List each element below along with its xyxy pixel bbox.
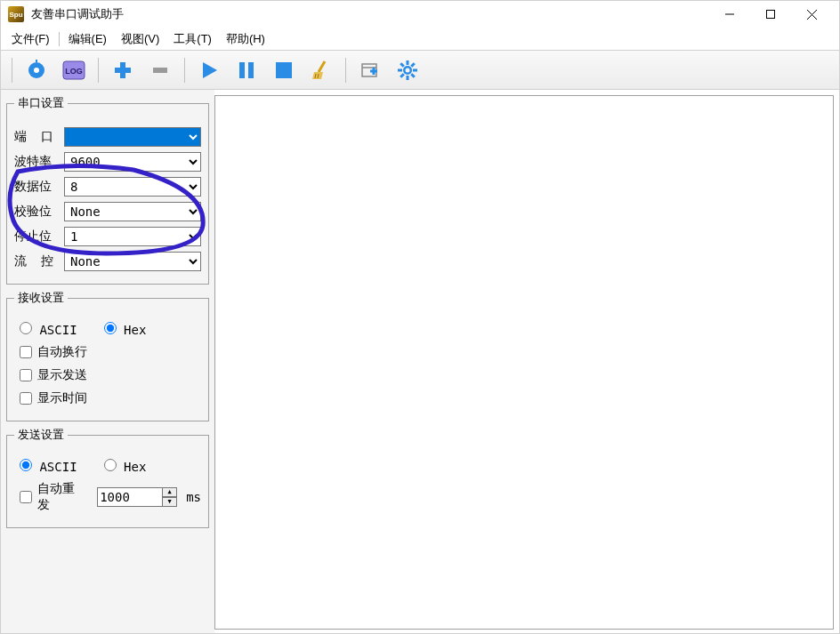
menu-edit[interactable]: 编辑(E) (61, 29, 114, 49)
toolbar: LOG (1, 51, 839, 90)
svg-point-5 (34, 68, 39, 73)
toolbar-separator (345, 58, 346, 83)
svg-rect-25 (407, 60, 409, 65)
show-send-label: 显示发送 (37, 367, 87, 383)
plus-icon (113, 60, 133, 80)
svg-rect-30 (400, 73, 405, 78)
minus-icon (150, 60, 170, 80)
sidebar: 串口设置 端 口 波特率 9600 数据位 8 校验位 None 停止位 1 (1, 90, 214, 634)
baud-label: 波特率 (14, 154, 64, 170)
connect-button[interactable] (20, 56, 52, 84)
spin-up-button[interactable]: ▲ (163, 487, 177, 497)
plug-circle-icon (26, 60, 47, 81)
menu-tools[interactable]: 工具(T) (166, 29, 219, 49)
app-icon: Spu (8, 6, 24, 22)
data-bits-combo[interactable]: 8 (64, 177, 201, 197)
stop-bits-combo[interactable]: 1 (64, 227, 201, 246)
settings-button[interactable] (392, 56, 424, 84)
window-plus-icon (360, 60, 380, 80)
auto-resend-label: 自动重发 (37, 481, 86, 513)
stop-button[interactable] (268, 56, 300, 84)
svg-rect-14 (248, 62, 254, 78)
menu-help[interactable]: 帮助(H) (219, 29, 272, 49)
svg-rect-13 (239, 62, 245, 78)
serial-settings-group: 串口设置 端 口 波特率 9600 数据位 8 校验位 None 停止位 1 (6, 95, 209, 285)
close-button[interactable] (791, 1, 832, 28)
maximize-icon (766, 10, 775, 19)
titlebar: Spu 友善串口调试助手 (1, 1, 839, 28)
menubar: 文件(F) 编辑(E) 视图(V) 工具(T) 帮助(H) (1, 28, 839, 51)
svg-rect-26 (407, 76, 409, 80)
minimize-icon (725, 10, 734, 19)
spin-down-button[interactable]: ▼ (163, 497, 177, 507)
parity-label: 校验位 (14, 204, 64, 220)
log-button[interactable]: LOG (58, 56, 90, 84)
stop-icon (274, 60, 294, 80)
svg-rect-31 (400, 62, 405, 68)
flow-control-combo[interactable]: None (64, 252, 201, 271)
show-time-checkbox[interactable] (20, 392, 32, 405)
gear-icon (397, 60, 418, 81)
show-time-label: 显示时间 (37, 390, 87, 406)
clear-button[interactable] (305, 56, 337, 84)
output-area[interactable] (214, 95, 834, 630)
autowrap-label: 自动换行 (37, 344, 87, 360)
send-settings-legend: 发送设置 (14, 427, 68, 443)
svg-line-16 (319, 61, 325, 72)
receive-settings-group: 接收设置 ASCII Hex 自动换行 显示发送 显示时间 (6, 290, 209, 421)
window-title: 友善串口调试助手 (31, 6, 709, 22)
log-icon: LOG (62, 60, 85, 80)
play-button[interactable] (193, 56, 225, 84)
send-ascii-radio[interactable] (20, 459, 32, 471)
main-area: 串口设置 端 口 波特率 9600 数据位 8 校验位 None 停止位 1 (1, 90, 839, 634)
pause-icon (237, 60, 256, 80)
port-combo[interactable] (64, 127, 201, 147)
svg-text:LOG: LOG (65, 67, 83, 76)
send-ascii-option[interactable]: ASCII (20, 459, 77, 474)
add-button[interactable] (107, 56, 139, 84)
send-settings-group: 发送设置 ASCII Hex 自动重发 ▲ ▼ ms (6, 427, 209, 528)
data-bits-label: 数据位 (14, 179, 64, 195)
play-icon (199, 60, 219, 80)
send-hex-radio[interactable] (104, 459, 117, 471)
minimize-button[interactable] (709, 1, 750, 28)
port-label: 端 口 (14, 129, 64, 145)
show-send-checkbox[interactable] (20, 369, 32, 381)
auto-resend-checkbox[interactable] (20, 491, 32, 503)
stop-bits-label: 停止位 (14, 229, 64, 245)
remove-button[interactable] (144, 56, 176, 84)
serial-settings-legend: 串口设置 (14, 95, 68, 111)
close-icon (807, 10, 817, 20)
interval-unit: ms (186, 490, 201, 504)
menu-view[interactable]: 视图(V) (114, 29, 166, 49)
recv-ascii-option[interactable]: ASCII (20, 322, 77, 337)
flow-control-label: 流 控 (14, 253, 64, 269)
send-hex-option[interactable]: Hex (104, 459, 147, 474)
receive-settings-legend: 接收设置 (14, 290, 68, 306)
broom-icon (311, 60, 331, 81)
recv-hex-radio[interactable] (104, 322, 117, 334)
toolbar-separator (184, 58, 185, 83)
svg-rect-32 (410, 73, 416, 78)
toolbar-separator (12, 58, 12, 83)
svg-rect-15 (276, 62, 292, 78)
svg-rect-1 (767, 11, 775, 19)
pause-button[interactable] (230, 56, 262, 84)
svg-rect-29 (410, 62, 416, 68)
svg-point-33 (406, 68, 410, 72)
menu-separator (59, 32, 60, 46)
recv-hex-option[interactable]: Hex (104, 322, 147, 337)
parity-combo[interactable]: None (64, 202, 201, 221)
maximize-button[interactable] (750, 1, 791, 28)
menu-file[interactable]: 文件(F) (4, 29, 57, 49)
new-window-button[interactable] (354, 56, 386, 84)
toolbar-separator (98, 58, 99, 83)
interval-spinner[interactable]: ▲ ▼ (163, 487, 177, 507)
resend-interval-input[interactable] (97, 487, 163, 507)
baud-combo[interactable]: 9600 (64, 152, 201, 172)
svg-marker-12 (203, 62, 217, 78)
svg-rect-27 (398, 68, 402, 71)
autowrap-checkbox[interactable] (20, 346, 32, 358)
svg-rect-28 (413, 68, 417, 71)
recv-ascii-radio[interactable] (20, 322, 32, 334)
